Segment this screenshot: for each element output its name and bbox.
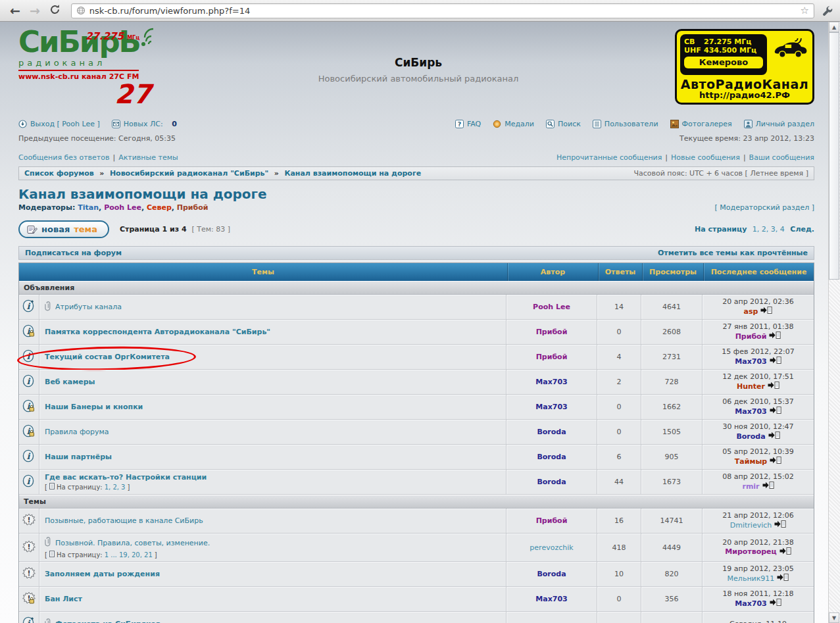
topic-link[interactable]: Наши партнёры — [45, 453, 112, 461]
last-post-author[interactable]: Dmitrievich — [730, 521, 772, 530]
topic-link[interactable]: Текущий состав ОргКомитета — [45, 353, 170, 361]
goto-last-post-icon[interactable] — [760, 307, 772, 316]
author-link[interactable]: Max703 — [535, 378, 567, 386]
scroll-down-button[interactable]: ▼ — [829, 612, 839, 623]
author-link[interactable]: Boroda — [537, 570, 566, 578]
banner-url[interactable]: http://радио42.РФ — [677, 90, 812, 100]
forward-button[interactable]: → — [30, 5, 40, 17]
topic-link[interactable]: Бан Лист — [45, 595, 82, 603]
topic-link[interactable]: Заполняем даты рождения — [45, 570, 160, 578]
search-link[interactable]: Поиск — [546, 120, 581, 128]
last-post-author[interactable]: rmir — [742, 482, 759, 491]
profile-link[interactable]: Личный раздел — [744, 120, 814, 128]
url-text[interactable]: nsk-cb.ru/forum/viewforum.php?f=14 — [89, 6, 250, 16]
partner-banner[interactable]: CB27.275 МГц UHF434.500 МГц Кемерово Авт… — [675, 29, 814, 105]
topic-page-links[interactable]: 1, 2, 3 — [105, 484, 126, 491]
goto-last-post-icon[interactable] — [768, 432, 780, 441]
logout-link[interactable]: Выход [ Pooh Lee ] — [18, 120, 100, 128]
last-post-author[interactable]: Boroda — [736, 432, 765, 441]
last-post-author[interactable]: Таймыр — [735, 457, 767, 466]
refresh-button[interactable] — [49, 4, 61, 17]
topic-link[interactable]: Где вас искать-то? Настройки станции — [45, 473, 207, 482]
author-link[interactable]: Прибой — [536, 328, 568, 336]
author-link[interactable]: Max703 — [535, 595, 567, 603]
subscribe-forum-link[interactable]: Подписаться на форум — [25, 249, 122, 257]
topic-row: iАтрибуты каналаPooh Lee14464120 апр 201… — [19, 295, 814, 320]
goto-last-post-icon[interactable] — [777, 574, 789, 584]
topic-pagination[interactable]: [На страницу:1, 2, 3] — [45, 483, 130, 491]
topic-link[interactable]: Атрибуты канала — [55, 303, 122, 311]
topic-link[interactable]: Памятка корреспондента Авторадиоканала "… — [45, 328, 270, 336]
moderator-link[interactable]: Север — [147, 203, 172, 212]
unanswered-link[interactable]: Сообщения без ответов — [18, 153, 109, 162]
breadcrumb-current-forum[interactable]: Канал взаимопомощи на дороге — [284, 169, 421, 178]
author-link[interactable]: perevozchik — [530, 543, 573, 552]
gallery-link[interactable]: Фотогалерея — [670, 120, 732, 128]
mark-topics-read-link[interactable]: Отметить все темы как прочтённые — [658, 249, 808, 257]
topic-link[interactable]: Веб камеры — [45, 378, 95, 386]
last-post-author[interactable]: Прибой — [735, 332, 767, 341]
goto-last-post-icon[interactable] — [770, 599, 781, 609]
author-link[interactable]: Boroda — [537, 453, 566, 461]
author-link[interactable]: Boroda — [537, 478, 566, 486]
topic-status-icon: i — [22, 324, 36, 339]
back-button[interactable]: ← — [10, 5, 20, 17]
replies-count: 16 — [597, 509, 641, 533]
replies-count: 0 — [597, 587, 641, 611]
last-post-author[interactable]: Hunter — [737, 382, 765, 391]
medals-link[interactable]: Медали — [493, 120, 534, 128]
last-post-author[interactable]: Max703 — [735, 407, 766, 416]
wrench-menu-button[interactable] — [822, 5, 833, 16]
topic-link[interactable]: Наши Банеры и кнопки — [45, 403, 143, 411]
goto-last-post-icon[interactable] — [768, 382, 779, 391]
breadcrumb-forum-index[interactable]: Список форумов — [24, 169, 94, 178]
goto-last-post-icon[interactable] — [770, 357, 781, 366]
new-posts-link[interactable]: Новые сообщения — [671, 153, 740, 162]
your-posts-link[interactable]: Ваши сообщения — [749, 153, 814, 162]
goto-last-post-icon[interactable] — [770, 457, 781, 466]
author-link[interactable]: Прибой — [536, 516, 568, 525]
last-post-date: Сегодня, 11:19 — [729, 620, 787, 623]
topic-link[interactable]: Позывные, работающие в канале СиБирь — [45, 516, 203, 525]
next-page-link[interactable]: След. — [790, 225, 814, 234]
topic-page-links[interactable]: 1 ... 19, 20, 21 — [105, 551, 153, 559]
moderator-section-link[interactable]: [ Модераторский раздел ] — [715, 203, 814, 212]
breadcrumb-parent-forum[interactable]: Новосибирский радиоканал "СиБирь" — [110, 169, 268, 178]
topic-link[interactable]: Фотоохота на СиБиряков — [55, 620, 161, 623]
site-logo[interactable]: 27.275 МГц СиБирЬ радиоканал www.nsk-cb.… — [18, 28, 162, 106]
moderator-link[interactable]: Прибой — [177, 203, 209, 212]
author-link[interactable]: Boroda — [537, 428, 566, 436]
goto-last-post-icon[interactable] — [762, 482, 774, 491]
page-number-links[interactable]: 1, 2, 3, 4 — [753, 225, 785, 234]
goto-last-post-icon[interactable] — [779, 547, 791, 557]
author-link[interactable]: Прибой — [536, 353, 568, 361]
new-topic-button[interactable]: новаятема — [18, 220, 109, 238]
goto-last-post-icon[interactable] — [770, 407, 781, 416]
scrollbar-thumb[interactable] — [829, 32, 839, 280]
last-post-author[interactable]: Max703 — [735, 599, 766, 609]
unread-posts-link[interactable]: Непрочитанные сообщения — [556, 153, 662, 162]
scroll-up-button[interactable]: ▲ — [829, 22, 839, 32]
last-post-author[interactable]: Мельник911 — [728, 574, 775, 584]
author-link[interactable]: Max703 — [535, 403, 567, 411]
private-messages-link[interactable]: Новых ЛС: 0 — [112, 120, 177, 128]
topic-link[interactable]: Позывной. Правила, советы, изменение. — [55, 539, 210, 547]
active-topics-link[interactable]: Активные темы — [118, 153, 178, 162]
goto-last-post-icon[interactable] — [769, 332, 781, 341]
last-post-author[interactable]: asp — [744, 307, 758, 316]
last-post-author[interactable]: Max703 — [735, 357, 766, 366]
moderator-link[interactable]: Titan — [78, 203, 99, 212]
faq-link[interactable]: ? FAQ — [455, 120, 481, 128]
moderator-link[interactable]: Pooh Lee — [104, 203, 141, 212]
last-post-author[interactable]: Миротворец — [725, 547, 776, 557]
url-bar[interactable]: nsk-cb.ru/forum/viewforum.php?f=14 ☆ — [71, 3, 814, 18]
topic-row: iГде вас искать-то? Настройки станции[На… — [19, 470, 814, 495]
page-scrollbar[interactable]: ▲ ▼ — [828, 22, 840, 623]
members-link[interactable]: Пользователи — [593, 120, 658, 128]
pagination: На страницу 1, 2, 3, 4 След. — [695, 225, 814, 234]
topic-pagination[interactable]: [На страницу:1 ... 19, 20, 21] — [45, 551, 157, 559]
bookmark-star-icon[interactable]: ☆ — [801, 5, 809, 16]
author-link[interactable]: Pooh Lee — [533, 303, 570, 311]
topic-link[interactable]: Правила форума — [45, 428, 109, 436]
goto-last-post-icon[interactable] — [774, 520, 786, 530]
